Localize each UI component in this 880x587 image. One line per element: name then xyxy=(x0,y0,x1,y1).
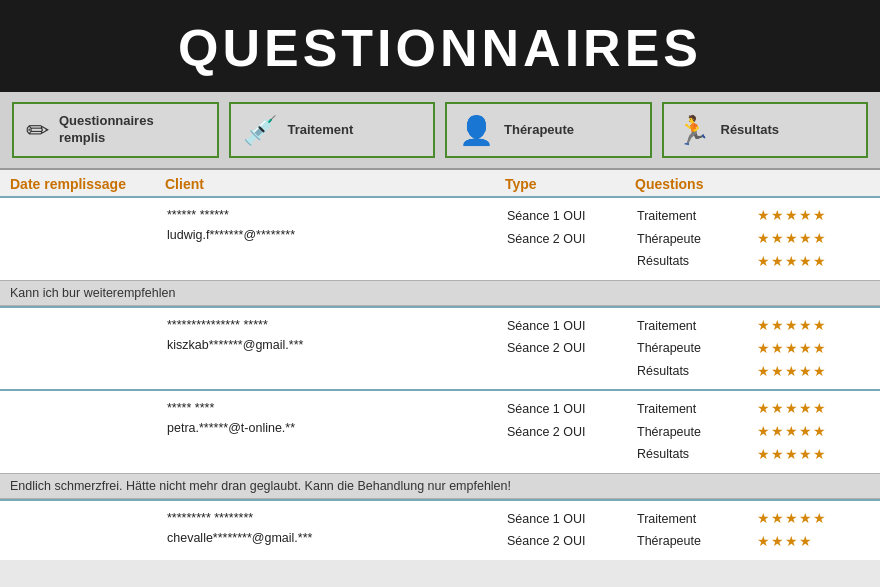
cell-type-4: Séance 1 OUISéance 2 OUI xyxy=(505,505,635,556)
stars-2-2: ★★★★★ xyxy=(757,338,873,359)
tab-label-resultats: Résultats xyxy=(721,122,780,139)
pencil-icon: ✏ xyxy=(26,114,49,147)
table-row: ****** ******ludwig.f*******@******** Sé… xyxy=(0,196,880,306)
cell-client-4: ********* ********chevalle********@gmail… xyxy=(165,505,505,551)
page-title: QUESTIONNAIRES xyxy=(0,18,880,78)
cell-date-4 xyxy=(10,505,165,511)
runner-icon: 🏃 xyxy=(676,114,711,147)
col-date: Date remplissage xyxy=(10,176,165,192)
stars-4-1: ★★★★★ xyxy=(757,508,873,529)
comment-row-3: Endlich schmerzfrei. Hätte nicht mehr dr… xyxy=(0,473,880,499)
page-header: QUESTIONNAIRES xyxy=(0,0,880,92)
tab-questionnaires-remplis[interactable]: ✏ Questionnairesremplis xyxy=(12,102,219,158)
stars-3-2: ★★★★★ xyxy=(757,421,873,442)
stars-4-2: ★★★★ xyxy=(757,531,873,552)
cell-type-1: Séance 1 OUISéance 2 OUI xyxy=(505,202,635,253)
data-row-1: ****** ******ludwig.f*******@******** Sé… xyxy=(0,198,880,280)
table-area: Date remplissage Client Type Questions *… xyxy=(0,170,880,560)
person-icon: 👤 xyxy=(459,114,494,147)
data-row-3: ***** ****petra.******@t-online.** Séanc… xyxy=(0,391,880,473)
syringe-icon: 💉 xyxy=(243,114,278,147)
nav-tabs: ✏ Questionnairesremplis 💉 Traitement 👤 T… xyxy=(0,92,880,170)
tab-label-therapeute: Thérapeute xyxy=(504,122,574,139)
tab-resultats[interactable]: 🏃 Résultats xyxy=(662,102,869,158)
cell-date-1 xyxy=(10,202,165,208)
cell-type-3: Séance 1 OUISéance 2 OUI xyxy=(505,395,635,446)
col-type: Type xyxy=(505,176,635,192)
tab-label-questionnaires: Questionnairesremplis xyxy=(59,113,154,147)
stars-1-2: ★★★★★ xyxy=(757,228,873,249)
cell-client-2: *************** *****kiszkab*******@gmai… xyxy=(165,312,505,358)
cell-date-3 xyxy=(10,395,165,401)
table-header: Date remplissage Client Type Questions xyxy=(0,170,880,196)
tab-label-traitement: Traitement xyxy=(288,122,354,139)
cell-questions-1: TraitementThérapeuteRésultats xyxy=(635,202,755,276)
cell-stars-4: ★★★★★ ★★★★ xyxy=(755,505,875,555)
stars-1-3: ★★★★★ xyxy=(757,251,873,272)
data-row-4: ********* ********chevalle********@gmail… xyxy=(0,501,880,560)
stars-3-3: ★★★★★ xyxy=(757,444,873,465)
cell-date-2 xyxy=(10,312,165,318)
cell-stars-1: ★★★★★ ★★★★★ ★★★★★ xyxy=(755,202,875,275)
cell-client-3: ***** ****petra.******@t-online.** xyxy=(165,395,505,441)
comment-row-1: Kann ich bur weiterempfehlen xyxy=(0,280,880,306)
tab-therapeute[interactable]: 👤 Thérapeute xyxy=(445,102,652,158)
table-row: ***** ****petra.******@t-online.** Séanc… xyxy=(0,389,880,499)
cell-questions-4: TraitementThérapeute xyxy=(635,505,755,556)
col-questions: Questions xyxy=(635,176,755,192)
table-row: ********* ********chevalle********@gmail… xyxy=(0,499,880,560)
cell-questions-2: TraitementThérapeuteRésultats xyxy=(635,312,755,386)
stars-2-3: ★★★★★ xyxy=(757,361,873,382)
cell-client-1: ****** ******ludwig.f*******@******** xyxy=(165,202,505,248)
stars-3-1: ★★★★★ xyxy=(757,398,873,419)
cell-stars-2: ★★★★★ ★★★★★ ★★★★★ xyxy=(755,312,875,385)
tab-traitement[interactable]: 💉 Traitement xyxy=(229,102,436,158)
col-client: Client xyxy=(165,176,505,192)
stars-2-1: ★★★★★ xyxy=(757,315,873,336)
cell-type-2: Séance 1 OUISéance 2 OUI xyxy=(505,312,635,363)
cell-stars-3: ★★★★★ ★★★★★ ★★★★★ xyxy=(755,395,875,468)
data-row-2: *************** *****kiszkab*******@gmai… xyxy=(0,308,880,390)
cell-questions-3: TraitementThérapeuteRésultats xyxy=(635,395,755,469)
stars-1-1: ★★★★★ xyxy=(757,205,873,226)
table-row: *************** *****kiszkab*******@gmai… xyxy=(0,306,880,390)
col-stars xyxy=(755,176,875,192)
